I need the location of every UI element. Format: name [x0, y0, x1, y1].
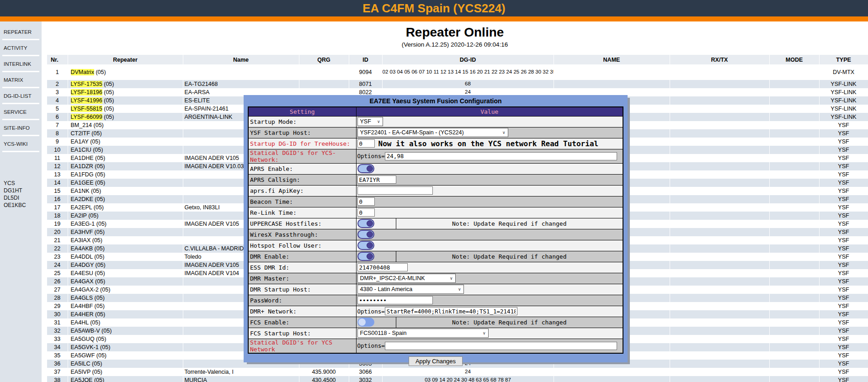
repeater-callsign: CT2ITF [71, 130, 90, 137]
cell-nr: 5 [47, 105, 68, 113]
repeater-callsign: EA1DHE [71, 155, 94, 161]
repeater-suffix: (05) [91, 147, 103, 153]
cell-type: DV-MTX [819, 64, 868, 80]
repeater-callsign: LYSF-18196 [71, 89, 102, 96]
cell-mode [769, 269, 819, 277]
cell-mode [769, 343, 819, 351]
credit-line: OE1KBC [4, 202, 42, 209]
table-row: 2LYSF-17535 (05)EA-TG21468807168YSF-LINK [47, 80, 868, 88]
dmr-network-options-input[interactable] [385, 307, 517, 315]
value-wrap: Now it also works on the YCS network Rea… [357, 138, 623, 149]
ysf-startup-host-select[interactable]: YSF22401 - EA-C4FM-Spain - (YCS224)∨ [357, 128, 508, 137]
setting-value: Now it also works on the YCS network Rea… [356, 138, 623, 149]
startup-mode-select[interactable]: YSF∨ [357, 117, 383, 126]
repeater-callsign: EA1CIU [71, 147, 91, 153]
cell-rxtx [670, 269, 769, 277]
cell-nr: 16 [47, 195, 68, 203]
update-note: Note: Update Required if changed [396, 253, 623, 260]
setting-label: APRS Callsign: [248, 174, 356, 185]
repeater-callsign: EA5ILC [71, 361, 91, 367]
repeater-callsign: EA4HER [71, 311, 94, 318]
aprs-callsign-input[interactable] [357, 175, 396, 184]
cell-rxtx [670, 64, 769, 80]
cell-id: 3032 [349, 376, 382, 382]
value-wrap: Options= [357, 149, 623, 163]
ess-dmr-id-input[interactable] [357, 263, 408, 271]
password-input[interactable] [357, 296, 433, 304]
repeater-callsign: EA5AWB-V [71, 328, 100, 334]
cell-mode [769, 138, 819, 146]
config-row: DMR Master:DMR+_IPSC2-EA-MLINK∨ [248, 273, 623, 284]
toggle-knob [367, 220, 373, 227]
cell-type: YSF [819, 368, 868, 376]
config-row: Statical DGID's for YCS-Network:Options= [248, 149, 623, 163]
cell-name [183, 64, 299, 80]
repeater-suffix: (05) [102, 81, 114, 87]
sidebar-item-ycs-wiki[interactable]: YCS-WIKI [2, 136, 39, 152]
sidebar-item-dg-id-list[interactable]: DG-ID-LIST [2, 88, 39, 104]
repeater-suffix: (05) [93, 229, 105, 235]
column-header-qrg: QRG [299, 55, 349, 64]
cell-rxtx [670, 88, 769, 96]
dialog-footer: Apply Changes [244, 356, 628, 366]
cell-type: YSF [819, 244, 868, 253]
cell-nr: 13 [47, 170, 68, 179]
sidebar-item-repeater[interactable]: REPEATER [2, 24, 39, 40]
cell-type: YSF [819, 343, 868, 351]
dmr-master-select[interactable]: DMR+_IPSC2-EA-MLINK∨ [357, 274, 456, 283]
sidebar-item-activity[interactable]: ACTIVITY [2, 40, 39, 56]
aprs-enable-toggle[interactable] [357, 164, 374, 173]
options-label: Options= [357, 308, 385, 315]
sidebar-item-site-info[interactable]: SITE-INFO [2, 120, 39, 136]
beacon-time-input[interactable] [357, 197, 375, 206]
statical-dgid-s-for-ycs-network-options-input[interactable] [385, 152, 617, 160]
sidebar-item-service[interactable]: SERVICE [2, 104, 39, 120]
startup-dg-id-for-treehouse-input[interactable] [357, 139, 375, 148]
dmr-startup-host-select[interactable]: 4380 - Latin America∨ [357, 285, 464, 294]
toggle-knob [367, 242, 373, 249]
cell-repeater: LYSF-55815 (05) [68, 105, 183, 113]
dmr-enable-toggle[interactable] [357, 252, 374, 261]
aprs-fi-apikey-input[interactable] [357, 186, 433, 195]
cell-repeater: EA3IAX (05) [68, 236, 183, 244]
fcs-startup-host-select[interactable]: FCS00118 - Spain∨ [357, 329, 489, 338]
config-row: FCS Enable:Note: Update Required if chan… [248, 317, 623, 328]
config-dialog: EA7EE Yaesu System Fusion Configuration … [244, 95, 628, 362]
cell-qrg [299, 64, 349, 80]
repeater-callsign: LYSF-41996 [71, 97, 102, 104]
repeater-callsign: EA2IP [71, 212, 87, 219]
sidebar-item-matrix[interactable]: MATRIX [2, 72, 39, 88]
apply-changes-button[interactable]: Apply Changes [409, 356, 463, 366]
re-link-time-input[interactable] [357, 208, 375, 217]
setting-value [356, 229, 623, 240]
cell-nr: 25 [47, 269, 68, 277]
setting-label: PassWord: [248, 295, 356, 306]
column-header-nr: Nr. [47, 55, 68, 64]
repeater-callsign: EA5IVP [71, 369, 91, 375]
cell-qrg [299, 80, 349, 88]
setting-value: Options= [356, 306, 623, 317]
cell-repeater: BM_214 (05) [68, 121, 183, 129]
hotspot-follow-user-toggle[interactable] [357, 241, 374, 250]
repeater-callsign: LYSF-55815 [71, 106, 102, 112]
uppercase-hostfiles-toggle[interactable] [357, 219, 374, 228]
cell-mode [769, 327, 819, 335]
repeater-suffix: (05) [93, 196, 105, 202]
chevron-down-icon: ∨ [377, 119, 380, 124]
config-row: Statical DGID's for YCS NetworkOptions= [248, 339, 623, 353]
repeater-suffix: (05) [94, 278, 106, 285]
config-row: DMR Startup Host:4380 - Latin America∨ [248, 284, 623, 295]
wiresx-passthrough-toggle[interactable] [357, 230, 374, 239]
repeater-suffix: (05) [94, 155, 106, 161]
value-wrap: 4380 - Latin America∨ [357, 284, 623, 295]
sidebar-item-interlink[interactable]: INTERLINK [2, 56, 39, 72]
cell-rxtx [670, 212, 769, 220]
update-note: Note: Update Required if changed [396, 319, 623, 326]
value-wrap [357, 207, 623, 218]
statical-dgid-s-for-ycs-network-options-input[interactable] [385, 342, 617, 350]
toggle-cell [357, 317, 396, 328]
cell-mode [769, 360, 819, 368]
credit-line: DL5DI [4, 194, 42, 202]
fcs-enable-toggle[interactable] [357, 318, 374, 327]
cell-rxtx [670, 162, 769, 170]
